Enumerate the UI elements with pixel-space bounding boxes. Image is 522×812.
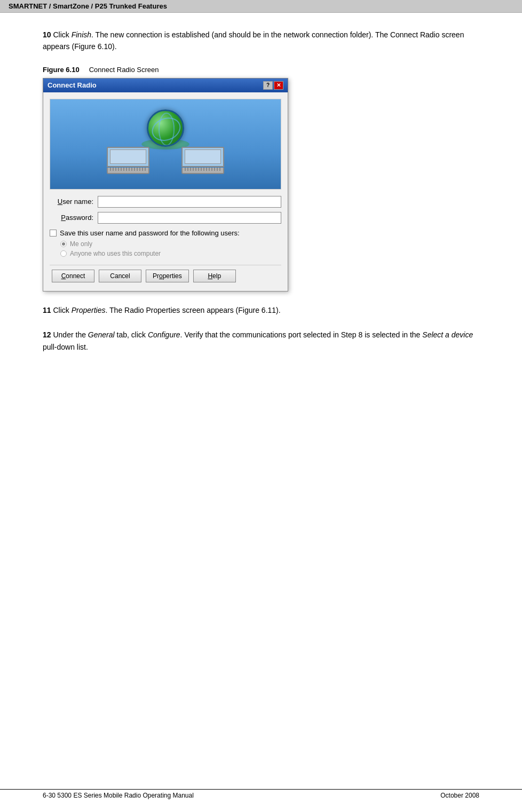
properties-button[interactable]: Properties [146, 270, 189, 282]
step-12-block: 12 Under the General tab, click Configur… [43, 329, 479, 353]
save-checkbox-row: Save this user name and password for the… [50, 229, 281, 237]
dialog-body: User name: Password: Save this user name… [43, 92, 288, 291]
connect-button[interactable]: Connect [52, 270, 94, 282]
step-11-number: 11 [43, 306, 51, 314]
main-content: 10 Click Finish. The new connection is e… [0, 13, 522, 387]
step-11-block: 11 Click Properties. The Radio Propertie… [43, 304, 479, 316]
username-row: User name: [50, 196, 281, 208]
anyone-radio[interactable] [60, 250, 67, 257]
me-only-row: Me only [60, 240, 281, 248]
dialog-wrapper: Connect Radio ? ✕ [43, 78, 288, 291]
password-label-p: Password: [61, 214, 93, 222]
page-footer: 6-30 5300 ES Series Mobile Radio Operati… [0, 789, 522, 801]
anyone-label: Anyone who uses this computer [70, 250, 161, 257]
step-12-italic1: General [88, 330, 115, 339]
cancel-label: Cancel [110, 272, 130, 280]
username-label: User name: [50, 198, 98, 206]
figure-caption [81, 66, 89, 74]
laptop-left-base [107, 168, 149, 174]
step-12-number: 12 [43, 330, 51, 339]
titlebar-buttons: ? ✕ [263, 81, 283, 90]
laptop-left-keyboard [110, 168, 146, 171]
connect-label: Connect [61, 272, 85, 280]
step-11-italic: Properties [72, 306, 106, 314]
laptop-right [181, 147, 224, 176]
me-only-radio[interactable] [60, 241, 67, 247]
password-input[interactable] [98, 212, 281, 224]
cancel-button[interactable]: Cancel [99, 270, 141, 282]
me-only-label: Me only [70, 240, 92, 248]
password-label: Password: [50, 214, 98, 222]
anyone-row: Anyone who uses this computer [60, 250, 281, 257]
help-icon: ? [266, 82, 270, 88]
dialog-close-button[interactable]: ✕ [274, 81, 283, 90]
close-icon: ✕ [276, 82, 281, 88]
dialog-title: Connect Radio [48, 81, 263, 89]
password-row: Password: [50, 212, 281, 224]
header-title: SMARTNET / SmartZone / P25 Trunked Featu… [9, 2, 167, 10]
laptop-left-screen-inner [110, 149, 146, 164]
laptop-right-keyboard [185, 168, 221, 171]
username-input[interactable] [98, 196, 281, 208]
step-11-text: Click Properties. The Radio Properties s… [51, 306, 281, 314]
step-12-italic3: Select a device [422, 330, 473, 339]
figure-label: Figure 6.10 Connect Radio Screen [43, 66, 479, 74]
dialog-illustration [50, 99, 281, 190]
laptop-right-base [181, 168, 224, 174]
dialog-titlebar: Connect Radio ? ✕ [43, 78, 288, 92]
step-10-italic: Finish [72, 30, 91, 39]
properties-label: Properties [153, 272, 182, 280]
step-10-block: 10 Click Finish. The new connection is e… [43, 29, 479, 53]
footer-right: October 2008 [440, 792, 479, 799]
laptop-left-screen [107, 147, 149, 167]
save-label: Save this user name and password for the… [60, 229, 240, 237]
step-10-text-before: Click Finish. The new connection is esta… [43, 30, 464, 51]
footer-left: 6-30 5300 ES Series Mobile Radio Operati… [43, 792, 194, 799]
laptop-left [107, 147, 149, 176]
globe-icon [147, 109, 184, 147]
help-button[interactable]: Help [193, 270, 236, 282]
page-header: SMARTNET / SmartZone / P25 Trunked Featu… [0, 0, 522, 13]
connect-radio-dialog: Connect Radio ? ✕ [43, 78, 288, 291]
help-label: Help [208, 272, 221, 280]
laptop-right-screen-inner [185, 149, 221, 164]
dialog-help-button[interactable]: ? [263, 81, 273, 90]
dialog-buttons: Connect Cancel Properties Help [50, 265, 281, 285]
step-12-text: Under the General tab, click Configure. … [43, 330, 473, 351]
username-label-u: User name: [58, 198, 93, 206]
save-checkbox[interactable] [50, 230, 57, 236]
step-10-number: 10 [43, 30, 51, 39]
step-12-italic2: Configure [148, 330, 180, 339]
figure-number: Figure 6.10 [43, 66, 80, 74]
laptop-right-screen [181, 147, 224, 167]
illustration-graphic [101, 104, 230, 184]
figure-caption-text: Connect Radio Screen [89, 66, 159, 74]
